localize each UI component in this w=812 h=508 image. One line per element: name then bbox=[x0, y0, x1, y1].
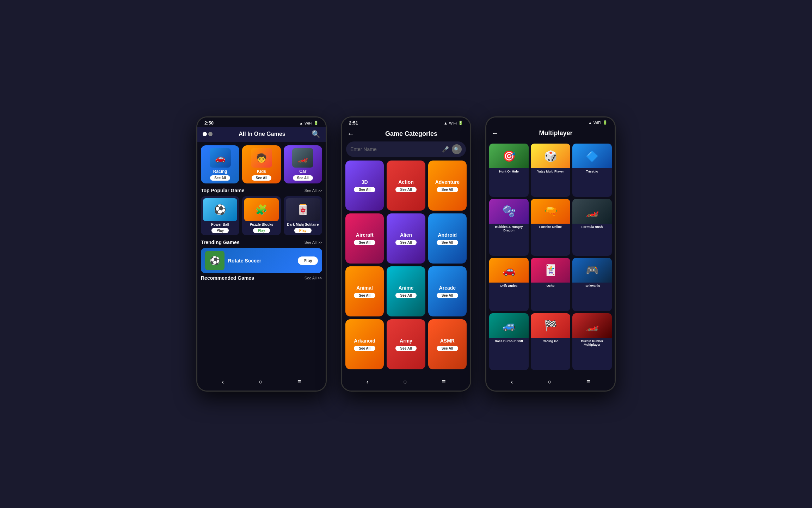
tankwar-thumb: 🎮 bbox=[572, 258, 612, 283]
top-popular-see-all[interactable]: See All >> bbox=[304, 188, 322, 193]
category-aircraft[interactable]: Aircraft See All bbox=[345, 213, 384, 264]
category-arcade[interactable]: Arcade See All bbox=[428, 266, 467, 316]
category-arkanoid[interactable]: Arkanoid See All bbox=[345, 319, 384, 369]
search-icon[interactable]: 🔍 bbox=[452, 144, 462, 154]
nav-back-2[interactable]: ‹ bbox=[363, 377, 372, 387]
trending-header: Trending Games See All >> bbox=[201, 240, 322, 245]
trending-see-all[interactable]: See All >> bbox=[304, 240, 322, 244]
nav-home-1[interactable]: ○ bbox=[255, 377, 266, 387]
cat-see-all-3d[interactable]: See All bbox=[354, 187, 375, 192]
racing-go-thumb: 🏁 bbox=[531, 313, 570, 338]
mp-game-drift[interactable]: 🚗 Drift Dudes bbox=[489, 258, 529, 311]
back-button-3[interactable]: ← bbox=[492, 129, 499, 137]
recommended-title: Recommended Games bbox=[201, 275, 254, 281]
category-3d[interactable]: 3D See All bbox=[345, 161, 384, 211]
battery-icon: 🔋 bbox=[314, 121, 319, 125]
category-asmr[interactable]: ASMR See All bbox=[428, 319, 467, 369]
category-army[interactable]: Army See All bbox=[387, 319, 425, 369]
battery-icon-3: 🔋 bbox=[603, 120, 608, 125]
drift-label: Drift Dudes bbox=[500, 283, 518, 289]
soccer-play-button[interactable]: Play bbox=[298, 256, 318, 265]
triset-thumb: 🔷 bbox=[572, 144, 612, 168]
mp-game-tankwar[interactable]: 🎮 Tankwar.io bbox=[572, 258, 612, 311]
mp-game-racing-go[interactable]: 🏁 Racing Go bbox=[531, 313, 570, 370]
car-image: 🏎️ bbox=[292, 148, 313, 168]
mp-game-race-burnout[interactable]: 🚙 Race Burnout Drift bbox=[489, 313, 529, 370]
cat-see-all-alien[interactable]: See All bbox=[395, 240, 417, 245]
nav-back-1[interactable]: ‹ bbox=[218, 377, 227, 387]
phone1-header: All In One Games 🔍 bbox=[197, 127, 326, 142]
puzzle-thumb: 🧩 bbox=[244, 198, 278, 221]
category-action[interactable]: Action See All bbox=[387, 161, 425, 211]
recommended-see-all[interactable]: See All >> bbox=[304, 276, 322, 280]
app-title: All In One Games bbox=[239, 131, 285, 137]
cat-see-all-army[interactable]: See All bbox=[395, 346, 417, 351]
mp-game-hunt-or-hide[interactable]: 🎯 Hunt Or Hide bbox=[489, 144, 529, 197]
search-input[interactable] bbox=[350, 146, 439, 152]
game-card-powerball[interactable]: ⚽ Power Ball Play bbox=[201, 196, 239, 235]
popular-games-row: ⚽ Power Ball Play 🧩 Puzzle Blocks Play 🀄… bbox=[201, 196, 322, 235]
soccer-thumb: ⚽ bbox=[205, 251, 224, 270]
cat-see-all-android[interactable]: See All bbox=[437, 240, 458, 245]
game-card-mahjong[interactable]: 🀄 Dark Mahj Solitaire Play bbox=[284, 196, 322, 235]
car-see-all-button[interactable]: See All bbox=[293, 175, 313, 181]
cat-label-animal: Animal bbox=[356, 285, 373, 291]
nav-menu-2[interactable]: ≡ bbox=[438, 377, 449, 387]
mic-icon[interactable]: 🎤 bbox=[442, 146, 449, 153]
recommended-header: Recommended Games See All >> bbox=[201, 275, 322, 281]
game-card-puzzle[interactable]: 🧩 Puzzle Blocks Play bbox=[242, 196, 281, 235]
tankwar-label: Tankwar.io bbox=[583, 283, 601, 289]
status-bar-2: 2:51 ▲ WiFi 🔋 bbox=[342, 117, 470, 127]
search-bar[interactable]: 🎤 🔍 bbox=[346, 141, 466, 157]
cat-see-all-arkanoid[interactable]: See All bbox=[354, 346, 375, 351]
category-alien[interactable]: Alien See All bbox=[387, 213, 425, 264]
mp-game-yatzy[interactable]: 🎲 Yatzy Multi Player bbox=[531, 144, 570, 197]
category-anime[interactable]: Anime See All bbox=[387, 266, 425, 316]
mp-game-burnin-rubber[interactable]: 🏎️ Burnin Rubber Multiplayer bbox=[572, 313, 612, 370]
puzzle-play-button[interactable]: Play bbox=[253, 228, 270, 233]
cat-see-all-action[interactable]: See All bbox=[395, 187, 417, 192]
formula-label: Formula Rush bbox=[581, 224, 604, 230]
mp-game-bubbles[interactable]: 🫧 Bubbles & Hungry Dragon bbox=[489, 199, 529, 256]
nav-menu-3[interactable]: ≡ bbox=[583, 377, 594, 387]
kids-label: Kids bbox=[257, 169, 266, 174]
cat-see-all-aircraft[interactable]: See All bbox=[354, 240, 375, 245]
nav-back-3[interactable]: ‹ bbox=[507, 377, 516, 387]
ocho-thumb: 🃏 bbox=[531, 258, 570, 283]
status-icons-2: ▲ WiFi 🔋 bbox=[444, 121, 463, 125]
phone1-content: 🚗 Racing See All 🧒 Kids See All 🏎️ Car S… bbox=[197, 142, 326, 373]
cat-see-all-animal[interactable]: See All bbox=[354, 293, 375, 298]
powerball-play-button[interactable]: Play bbox=[211, 228, 229, 233]
cat-see-all-adventure[interactable]: See All bbox=[437, 187, 458, 192]
racing-image: 🚗 bbox=[210, 148, 231, 168]
mp-game-fortnite[interactable]: 🔫 Fortnite Online bbox=[531, 199, 570, 256]
top-popular-title: Top Popular Game bbox=[201, 188, 244, 193]
nav-menu-1[interactable]: ≡ bbox=[294, 377, 305, 387]
cat-see-all-anime[interactable]: See All bbox=[395, 293, 417, 298]
trending-card-soccer[interactable]: ⚽ Rotate Soccer Play bbox=[201, 248, 322, 273]
wifi-icon-2: WiFi bbox=[449, 121, 457, 125]
yatzy-thumb: 🎲 bbox=[531, 144, 570, 168]
status-bar-3: ▲ WiFi 🔋 bbox=[486, 117, 615, 126]
category-animal[interactable]: Animal See All bbox=[345, 266, 384, 316]
header-search-icon[interactable]: 🔍 bbox=[312, 130, 320, 138]
cat-card-kids[interactable]: 🧒 Kids See All bbox=[242, 145, 281, 183]
category-android[interactable]: Android See All bbox=[428, 213, 467, 264]
nav-home-2[interactable]: ○ bbox=[400, 377, 411, 387]
multiplayer-grid: 🎯 Hunt Or Hide 🎲 Yatzy Multi Player 🔷 Tr… bbox=[486, 141, 615, 373]
category-adventure[interactable]: Adventure See All bbox=[428, 161, 467, 211]
mp-game-formula[interactable]: 🏎️ Formula Rush bbox=[572, 199, 612, 256]
nav-home-3[interactable]: ○ bbox=[544, 377, 555, 387]
cat-see-all-asmr[interactable]: See All bbox=[437, 346, 458, 351]
racing-see-all-button[interactable]: See All bbox=[210, 175, 230, 181]
mp-game-ocho[interactable]: 🃏 Ocho bbox=[531, 258, 570, 311]
back-button-2[interactable]: ← bbox=[347, 130, 354, 138]
cat-card-racing[interactable]: 🚗 Racing See All bbox=[201, 145, 239, 183]
cat-label-action: Action bbox=[398, 179, 414, 185]
bottom-nav-2: ‹ ○ ≡ bbox=[342, 373, 470, 391]
kids-see-all-button[interactable]: See All bbox=[252, 175, 272, 181]
mahjong-play-button[interactable]: Play bbox=[294, 228, 312, 233]
mp-game-triset[interactable]: 🔷 Triset.io bbox=[572, 144, 612, 197]
cat-card-car[interactable]: 🏎️ Car See All bbox=[284, 145, 322, 183]
cat-see-all-arcade[interactable]: See All bbox=[437, 293, 458, 298]
